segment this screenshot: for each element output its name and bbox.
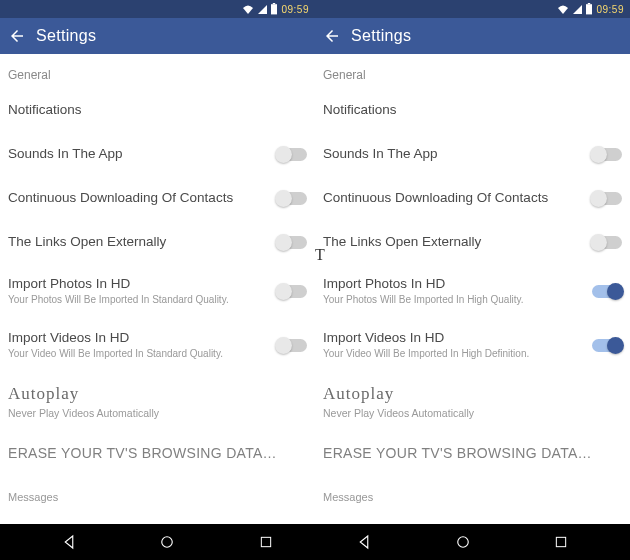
- svg-rect-0: [271, 4, 277, 14]
- label-messages: Messages: [323, 491, 614, 504]
- label-autoplay: Autoplay: [8, 384, 299, 404]
- clock: 09:59: [281, 4, 309, 15]
- toggle-photos[interactable]: [592, 285, 622, 298]
- svg-rect-1: [273, 3, 275, 4]
- toggle-contacts[interactable]: [277, 192, 307, 205]
- label-photos: Import Photos In HD: [8, 276, 269, 292]
- svg-point-4: [162, 537, 173, 548]
- label-sounds: Sounds In The App: [323, 146, 584, 162]
- row-notifications[interactable]: Notifications: [6, 88, 309, 132]
- toggle-links[interactable]: [592, 236, 622, 249]
- app-bar: Settings: [315, 18, 630, 54]
- settings-content: General Notifications Sounds In The App …: [0, 54, 315, 524]
- nav-home[interactable]: [433, 524, 493, 560]
- nav-recent[interactable]: [531, 524, 591, 560]
- row-sounds[interactable]: Sounds In The App: [6, 132, 309, 176]
- sub-autoplay: Never Play Videos Automatically: [323, 407, 614, 420]
- row-notifications[interactable]: Notifications: [321, 88, 624, 132]
- row-videos[interactable]: Import Videos In HD Your Video Will Be I…: [321, 318, 624, 372]
- toggle-contacts[interactable]: [592, 192, 622, 205]
- toggle-links[interactable]: [277, 236, 307, 249]
- section-general: General: [321, 54, 624, 88]
- signal-icon: [257, 4, 267, 14]
- label-erase: ERASE YOUR TV'S BROWSING DATA…: [323, 445, 614, 462]
- svg-rect-5: [261, 537, 270, 546]
- battery-icon: [270, 3, 278, 15]
- nav-home[interactable]: [137, 524, 197, 560]
- nav-recent[interactable]: [236, 524, 296, 560]
- label-sounds: Sounds In The App: [8, 146, 269, 162]
- row-contacts[interactable]: Continuous Downloading Of Contacts: [321, 176, 624, 220]
- label-links: The Links Open Externally: [323, 234, 584, 250]
- android-nav-bar: [0, 524, 630, 560]
- label-photos: Import Photos In HD: [323, 276, 584, 292]
- row-videos[interactable]: Import Videos In HD Your Video Will Be I…: [6, 318, 309, 372]
- toggle-videos[interactable]: [592, 339, 622, 352]
- row-links[interactable]: The Links Open Externally: [6, 220, 309, 264]
- section-general: General: [6, 54, 309, 88]
- sub-photos: Your Photos Will Be Imported In High Qua…: [323, 294, 584, 306]
- toggle-photos[interactable]: [277, 285, 307, 298]
- label-videos: Import Videos In HD: [323, 330, 584, 346]
- row-messages[interactable]: Messages: [321, 475, 624, 519]
- row-contacts[interactable]: Continuous Downloading Of Contacts: [6, 176, 309, 220]
- wifi-icon: [557, 4, 569, 14]
- row-autoplay[interactable]: Autoplay Never Play Videos Automatically: [321, 372, 624, 431]
- nav-back[interactable]: [39, 524, 99, 560]
- label-contacts: Continuous Downloading Of Contacts: [323, 190, 584, 206]
- row-erase[interactable]: ERASE YOUR TV'S BROWSING DATA…: [6, 431, 309, 475]
- clock: 09:59: [596, 4, 624, 15]
- back-icon[interactable]: [323, 27, 341, 45]
- row-messages[interactable]: Messages: [6, 475, 309, 519]
- toggle-sounds[interactable]: [592, 148, 622, 161]
- row-photos[interactable]: Import Photos In HD Your Photos Will Be …: [6, 264, 309, 318]
- wifi-icon: [242, 4, 254, 14]
- toggle-videos[interactable]: [277, 339, 307, 352]
- label-erase: ERASE YOUR TV'S BROWSING DATA…: [8, 445, 299, 462]
- overlay-letter: T: [315, 246, 325, 264]
- status-bar: 09:59: [315, 0, 630, 18]
- app-bar: Settings: [0, 18, 315, 54]
- page-title: Settings: [351, 27, 411, 45]
- back-icon[interactable]: [8, 27, 26, 45]
- svg-rect-3: [588, 3, 590, 4]
- label-messages: Messages: [8, 491, 299, 504]
- label-autoplay: Autoplay: [323, 384, 614, 404]
- svg-rect-2: [586, 4, 592, 14]
- battery-icon: [585, 3, 593, 15]
- sub-videos: Your Video Will Be Imported In High Defi…: [323, 348, 584, 360]
- label-notifications: Notifications: [323, 102, 614, 118]
- row-erase[interactable]: ERASE YOUR TV'S BROWSING DATA…: [321, 431, 624, 475]
- sub-videos: Your Video Will Be Imported In Standard …: [8, 348, 269, 360]
- row-sounds[interactable]: Sounds In The App: [321, 132, 624, 176]
- label-links: The Links Open Externally: [8, 234, 269, 250]
- settings-content: General Notifications Sounds In The App …: [315, 54, 630, 524]
- toggle-sounds[interactable]: [277, 148, 307, 161]
- row-photos[interactable]: Import Photos In HD Your Photos Will Be …: [321, 264, 624, 318]
- svg-point-6: [458, 537, 469, 548]
- label-notifications: Notifications: [8, 102, 299, 118]
- status-bar: 09:59: [0, 0, 315, 18]
- row-links[interactable]: The Links Open Externally: [321, 220, 624, 264]
- signal-icon: [572, 4, 582, 14]
- sub-photos: Your Photos Will Be Imported In Standard…: [8, 294, 269, 306]
- row-autoplay[interactable]: Autoplay Never Play Videos Automatically: [6, 372, 309, 431]
- page-title: Settings: [36, 27, 96, 45]
- label-videos: Import Videos In HD: [8, 330, 269, 346]
- label-contacts: Continuous Downloading Of Contacts: [8, 190, 269, 206]
- sub-autoplay: Never Play Videos Automatically: [8, 407, 299, 420]
- screen-right: 09:59 Settings General Notifications Sou…: [315, 0, 630, 524]
- screen-left: 09:59 Settings General Notifications Sou…: [0, 0, 315, 524]
- nav-back[interactable]: [334, 524, 394, 560]
- svg-rect-7: [557, 537, 566, 546]
